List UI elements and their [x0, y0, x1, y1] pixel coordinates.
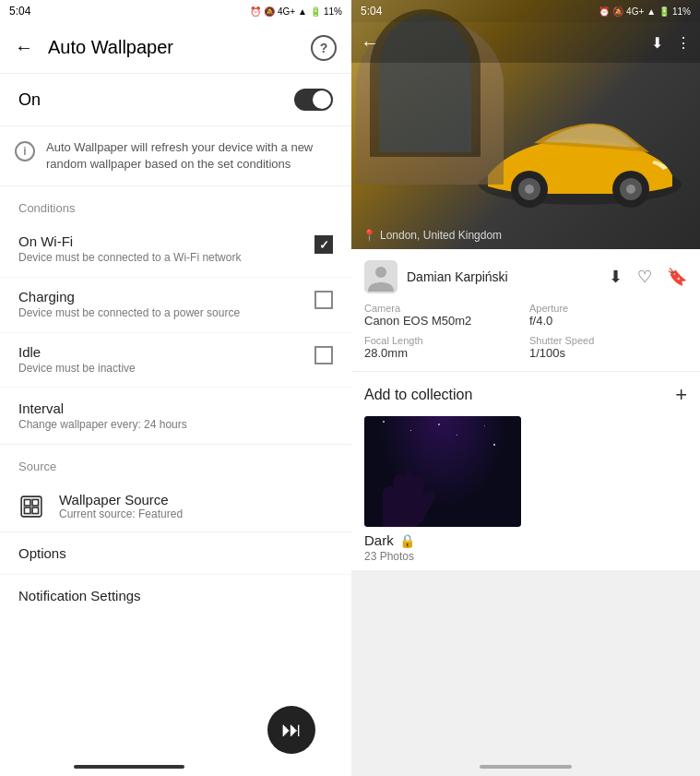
top-bar-left: ← Auto Wallpaper: [15, 37, 173, 58]
condition-wifi-title: On Wi-Fi: [18, 233, 305, 249]
avatar: [364, 260, 397, 293]
mute-icon: 🔕: [264, 6, 275, 17]
status-bar-left: 5:04 ⏰ 🔕 4G+ ▲ 🔋 11%: [0, 0, 351, 22]
svg-rect-4: [32, 507, 39, 514]
camera-details: Camera Canon EOS M50m2 Aperture f/4.0 Fo…: [364, 303, 687, 360]
fab-button[interactable]: ⏭: [267, 706, 315, 754]
svg-point-13: [375, 267, 386, 278]
options-title: Options: [18, 545, 333, 561]
left-panel: 5:04 ⏰ 🔕 4G+ ▲ 🔋 11% ← Auto Wallpaper ? …: [0, 0, 351, 776]
battery-icon: 🔋: [310, 6, 321, 17]
collection-card[interactable]: Dark 🔒 23 Photos: [364, 416, 521, 563]
options-row[interactable]: Options: [0, 532, 351, 575]
condition-charging-checkbox[interactable]: [314, 291, 333, 309]
play-next-icon: ⏭: [281, 718, 302, 742]
page-title: Auto Wallpaper: [48, 37, 173, 58]
download-icon[interactable]: ⬇: [651, 34, 663, 52]
collection-name-row: Dark 🔒: [364, 532, 521, 548]
wallpaper-source-title: Wallpaper Source: [59, 492, 333, 507]
condition-idle-title: Idle: [18, 344, 305, 360]
photo-info: Damian Karpiński ⬇ ♡ 🔖 Camera Canon EOS …: [351, 249, 700, 372]
camera-value: Canon EOS M50m2: [364, 314, 522, 328]
toggle-label: On: [18, 90, 41, 110]
bookmark-icon[interactable]: 🔖: [667, 267, 687, 287]
info-icon: i: [15, 141, 35, 161]
photo-actions: ⬇ ⋮: [651, 34, 691, 52]
condition-charging-title: Charging: [18, 289, 305, 304]
collection-title: Add to collection: [364, 387, 472, 403]
condition-idle-desc: Device must be inactive: [18, 362, 305, 376]
svg-rect-2: [32, 499, 39, 506]
collection-count: 23 Photos: [364, 550, 521, 563]
photographer-row: Damian Karpiński ⬇ ♡ 🔖: [364, 260, 687, 293]
shutter-value: 1/100s: [529, 346, 687, 360]
status-bar-right: 5:04 ⏰ 🔕 4G+ ▲ 🔋 11%: [351, 0, 700, 22]
shutter-block: Shutter Speed 1/100s: [529, 335, 687, 360]
collection-thumbnail: [364, 416, 521, 527]
interval-row[interactable]: Interval Change wallpaper every: 24 hour…: [0, 388, 351, 445]
info-description: Auto Wallpaper will refresh your device …: [46, 139, 337, 173]
help-button[interactable]: ?: [311, 35, 337, 61]
shutter-label: Shutter Speed: [529, 335, 687, 346]
condition-wifi-checkbox[interactable]: [314, 235, 333, 254]
battery-percent: 11%: [324, 6, 342, 17]
status-time-right: 5:04: [361, 5, 382, 18]
network-icon-right: 4G+: [626, 6, 644, 17]
wallpaper-source-row[interactable]: Wallpaper Source Current source: Feature…: [0, 481, 351, 532]
condition-wifi-desc: Device must be connected to a Wi-Fi netw…: [18, 251, 305, 266]
condition-idle: Idle Device must be inactive: [0, 333, 351, 388]
like-icon[interactable]: ♡: [637, 267, 652, 287]
condition-charging-desc: Device must be connected to a power sour…: [18, 306, 305, 321]
hand-silhouette: [374, 462, 447, 527]
svg-point-8: [525, 185, 534, 194]
svg-point-11: [626, 185, 635, 194]
svg-rect-3: [24, 507, 30, 514]
wallpaper-source-desc: Current source: Featured: [59, 507, 333, 520]
download-action-icon[interactable]: ⬇: [609, 267, 623, 287]
status-icons-left: ⏰ 🔕 4G+ ▲ 🔋 11%: [250, 6, 342, 17]
interval-title: Interval: [18, 400, 333, 416]
info-row: i Auto Wallpaper will refresh your devic…: [0, 126, 351, 186]
nav-indicator-right: [480, 765, 572, 769]
camera-block: Camera Canon EOS M50m2: [364, 303, 522, 328]
more-options-icon[interactable]: ⋮: [676, 34, 691, 52]
mute-icon-right: 🔕: [612, 6, 623, 17]
on-toggle[interactable]: [294, 89, 333, 111]
location-pin-icon: 📍: [362, 229, 376, 242]
photo-top-bar: ← ⬇ ⋮: [351, 22, 700, 63]
signal-icon: ▲: [298, 6, 307, 17]
collection-header: Add to collection +: [364, 383, 687, 407]
wallpaper-source-icon: [18, 494, 44, 519]
source-section-header: Source: [0, 445, 351, 481]
lock-icon: 🔒: [399, 533, 415, 548]
aperture-value: f/4.0: [529, 314, 687, 328]
interval-desc: Change wallpaper every: 24 hours: [18, 418, 333, 431]
conditions-section-header: Conditions: [0, 186, 351, 222]
status-time-left: 5:04: [9, 5, 30, 18]
location-tag: 📍 London, United Kingdom: [362, 229, 502, 242]
notification-settings-title: Notification Settings: [18, 588, 333, 603]
location-text: London, United Kingdom: [380, 229, 502, 242]
condition-wifi: On Wi-Fi Device must be connected to a W…: [0, 222, 351, 278]
photo-back-button[interactable]: ←: [361, 32, 379, 54]
battery-icon-right: 🔋 11%: [658, 6, 691, 17]
aperture-block: Aperture f/4.0: [529, 303, 687, 328]
notification-settings-row[interactable]: Notification Settings: [0, 575, 351, 616]
network-icon: 4G+: [278, 6, 295, 17]
toggle-row: On: [0, 74, 351, 126]
focal-value: 28.0mm: [364, 346, 522, 360]
collection-section: Add to collection + Dark 🔒: [351, 372, 700, 570]
condition-charging: Charging Device must be connected to a p…: [0, 278, 351, 333]
camera-label: Camera: [364, 303, 522, 314]
focal-block: Focal Length 28.0mm: [364, 335, 522, 360]
collection-name: Dark: [364, 532, 394, 548]
photographer-name: Damian Karpiński: [407, 269, 508, 284]
signal-icon-right: ▲: [647, 6, 656, 17]
condition-idle-checkbox[interactable]: [314, 346, 333, 364]
right-panel: 5:04 ⏰ 🔕 4G+ ▲ 🔋 11% ← ⬇ ⋮: [351, 0, 700, 776]
add-collection-button[interactable]: +: [675, 383, 687, 407]
back-button[interactable]: ←: [15, 37, 33, 58]
nav-indicator-left: [74, 765, 184, 769]
aperture-label: Aperture: [529, 303, 687, 314]
alarm-icon-right: ⏰: [599, 6, 610, 17]
